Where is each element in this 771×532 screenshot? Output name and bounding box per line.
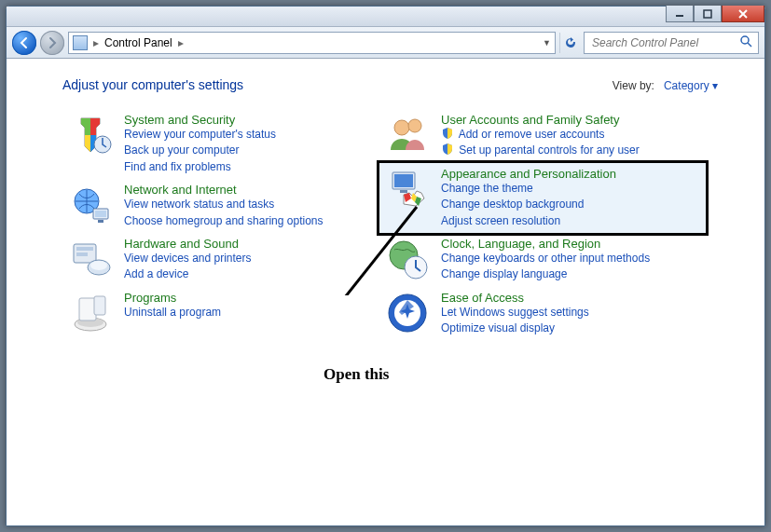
svg-rect-9 [95, 211, 106, 217]
svg-rect-19 [94, 296, 105, 315]
category-link[interactable]: Optimize visual display [441, 321, 589, 336]
svg-point-21 [408, 119, 421, 132]
category-link[interactable]: Add a device [124, 266, 252, 282]
breadcrumb-sep: ▸ [178, 36, 184, 49]
category-link[interactable]: Let Windows suggest settings [441, 305, 589, 321]
annotation-text: Open this [324, 365, 389, 384]
shield-icon [441, 143, 454, 156]
categories-grid: System and Security Review your computer… [62, 109, 737, 341]
refresh-button[interactable] [559, 33, 580, 53]
navbar: ▸ Control Panel ▸ ▼ [7, 27, 764, 59]
svg-line-5 [748, 43, 751, 47]
appearance-icon [385, 167, 430, 211]
breadcrumb-root[interactable]: Control Panel [104, 36, 172, 49]
category-link[interactable]: Choose homegroup and sharing options [124, 213, 323, 229]
svg-point-15 [90, 261, 107, 270]
svg-rect-12 [76, 247, 93, 251]
category-link[interactable]: Uninstall a program [124, 305, 221, 321]
category-title[interactable]: Network and Internet [124, 183, 323, 197]
category-system-security[interactable]: System and Security Review your computer… [62, 109, 370, 179]
column-left: System and Security Review your computer… [62, 109, 370, 341]
back-button[interactable] [12, 31, 36, 55]
svg-rect-10 [98, 220, 103, 223]
category-programs[interactable]: Programs Uninstall a program [62, 287, 370, 339]
forward-button[interactable] [40, 31, 64, 55]
content-area: Adjust your computer's settings View by:… [7, 59, 764, 525]
column-right: User Accounts and Family Safety Add or r… [379, 109, 706, 341]
category-link[interactable]: View network status and tasks [124, 197, 323, 212]
svg-rect-24 [400, 190, 407, 193]
category-link[interactable]: Review your computer's status [124, 127, 276, 143]
category-network-internet[interactable]: Network and Internet View network status… [62, 179, 370, 233]
svg-rect-18 [79, 298, 96, 321]
category-link[interactable]: Change the theme [441, 181, 616, 197]
view-by: View by: Category ▾ [613, 79, 718, 92]
ease-access-icon [385, 291, 430, 335]
category-title[interactable]: Programs [124, 291, 221, 305]
category-clock-region[interactable]: Clock, Language, and Region Change keybo… [379, 233, 706, 287]
category-link[interactable]: Set up parental controls for any user [441, 143, 640, 158]
shield-icon [441, 127, 454, 140]
svg-point-20 [394, 120, 409, 135]
address-bar[interactable]: ▸ Control Panel ▸ ▼ [68, 32, 556, 54]
window: ▸ Control Panel ▸ ▼ Adjust your computer… [6, 6, 765, 526]
view-by-dropdown[interactable]: Category ▾ [664, 79, 718, 92]
category-title[interactable]: User Accounts and Family Safety [441, 113, 640, 127]
category-link[interactable]: Change desktop background [441, 197, 616, 212]
titlebar[interactable] [7, 7, 764, 27]
category-title[interactable]: Clock, Language, and Region [441, 237, 650, 251]
category-link[interactable]: Find and fix problems [124, 159, 276, 175]
page-title: Adjust your computer's settings [62, 77, 243, 92]
category-user-accounts[interactable]: User Accounts and Family Safety Add or r… [379, 109, 706, 163]
minimize-button[interactable] [666, 6, 694, 22]
view-by-label: View by: [613, 79, 654, 92]
svg-rect-1 [704, 10, 711, 18]
category-title[interactable]: System and Security [124, 113, 276, 127]
category-appearance[interactable]: Appearance and Personalization Change th… [379, 163, 706, 233]
user-accounts-icon [385, 113, 430, 157]
category-link[interactable]: Change keyboards or other input methods [441, 251, 650, 266]
search-input[interactable] [590, 35, 740, 50]
category-title[interactable]: Appearance and Personalization [441, 167, 616, 181]
network-icon [68, 183, 113, 227]
svg-point-4 [741, 36, 749, 44]
category-link[interactable]: View devices and printers [124, 251, 252, 266]
control-panel-icon [73, 35, 88, 50]
window-controls [666, 6, 764, 22]
category-link[interactable]: Back up your computer [124, 143, 276, 158]
category-title[interactable]: Ease of Access [441, 291, 589, 305]
clock-region-icon [385, 237, 430, 281]
programs-icon [68, 291, 113, 335]
address-dropdown-icon[interactable]: ▼ [543, 38, 551, 48]
category-link[interactable]: Change display language [441, 266, 650, 282]
category-title[interactable]: Hardware and Sound [124, 237, 252, 251]
category-link[interactable]: Add or remove user accounts [441, 127, 640, 143]
breadcrumb-sep: ▸ [93, 36, 99, 49]
category-link[interactable]: Adjust screen resolution [441, 213, 616, 229]
system-security-icon [68, 113, 113, 157]
search-box[interactable] [584, 32, 759, 54]
category-ease-access[interactable]: Ease of Access Let Windows suggest setti… [379, 287, 706, 341]
search-icon[interactable] [740, 35, 752, 50]
svg-rect-23 [394, 174, 413, 187]
category-hardware-sound[interactable]: Hardware and Sound View devices and prin… [62, 233, 370, 287]
close-button[interactable] [722, 6, 764, 22]
maximize-button[interactable] [694, 6, 722, 22]
svg-rect-13 [76, 252, 88, 256]
hardware-icon [68, 237, 113, 281]
